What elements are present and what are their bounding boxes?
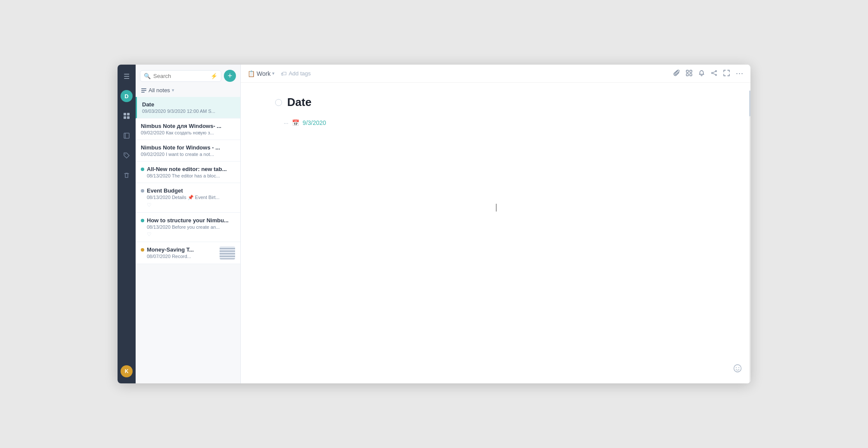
svg-rect-8: [686, 70, 688, 72]
dashboard-nav-icon[interactable]: [121, 111, 132, 123]
note-meta-nimbus-ru: 09/02/2020 Как создать новую з...: [141, 130, 235, 135]
note-item-event-budget[interactable]: Event Budget 08/13/2020 Details 📌 Event …: [136, 183, 240, 213]
svg-rect-5: [141, 88, 146, 89]
add-note-button[interactable]: +: [224, 70, 236, 82]
notes-panel: 🔍 ⚡ + All notes ▾ Date 09/03/2020 9/3: [136, 65, 241, 383]
svg-point-15: [734, 365, 741, 372]
search-input-wrap[interactable]: 🔍 ⚡: [140, 70, 221, 82]
search-bar: 🔍 ⚡ +: [136, 65, 240, 85]
note-title-nimbus-en: Nimbus Note for Windows - ...: [141, 144, 235, 151]
note-meta-event-budget: 08/13/2020 Details 📌 Event Birt...: [147, 195, 235, 200]
note-title-date: Date: [142, 101, 235, 108]
more-options-icon[interactable]: ···: [736, 69, 744, 78]
text-cursor: [496, 204, 496, 212]
svg-rect-1: [127, 113, 130, 115]
note-title-nimbus-ru: Nimbus Note для Windows- ...: [141, 123, 235, 129]
note-meta-nimbus-en: 09/02/2020 I want to create a not...: [141, 152, 235, 157]
tag-area: 🏷 Add tags: [281, 70, 310, 77]
app-window: ☰ D: [118, 65, 750, 383]
toolbar-actions: ···: [673, 69, 744, 78]
note-title-event-budget: Event Budget: [147, 187, 235, 194]
attachment-icon[interactable]: [673, 70, 680, 78]
note-meta-money: 08/07/2020 Record...: [147, 254, 217, 259]
svg-point-4: [125, 154, 126, 155]
nav-bottom: K: [121, 365, 133, 377]
svg-rect-0: [124, 113, 126, 115]
note-meta-structure: 08/13/2020 Before you create an...: [147, 224, 235, 230]
note-dot-all-new: [141, 168, 144, 171]
note-dot-structure: [141, 219, 144, 222]
emoji-button[interactable]: [733, 364, 742, 375]
note-dot-money: [141, 248, 144, 252]
trash-nav-icon[interactable]: [121, 170, 132, 182]
calendar-icon: 📅: [292, 119, 299, 126]
notes-list-icon: [141, 87, 147, 93]
notebook-chevron[interactable]: ▾: [272, 71, 275, 76]
hamburger-menu[interactable]: ☰: [122, 71, 131, 82]
all-notes-label: All notes: [149, 87, 170, 93]
note-item-nimbus-ru[interactable]: Nimbus Note для Windows- ... 09/02/2020 …: [136, 118, 240, 140]
sidebar-nav: ☰ D: [118, 65, 136, 383]
note-heart-event-budget[interactable]: ♡: [147, 202, 235, 208]
tag-icon: 🏷: [281, 70, 287, 77]
notebooks-nav-icon[interactable]: [121, 131, 132, 143]
note-title-money: Money-Saving T...: [147, 246, 217, 253]
svg-rect-7: [141, 92, 145, 93]
svg-point-13: [711, 72, 713, 74]
date-field-row: ··· 📅 9/3/2020: [284, 119, 716, 126]
tags-nav-icon[interactable]: [121, 150, 132, 162]
svg-point-14: [715, 74, 716, 75]
svg-point-16: [736, 367, 737, 368]
note-complete-checkbox[interactable]: [275, 99, 282, 106]
fullscreen-icon[interactable]: [723, 70, 730, 78]
all-notes-header[interactable]: All notes ▾: [136, 85, 240, 97]
editor-note-title[interactable]: Date: [287, 96, 311, 109]
note-item-date[interactable]: Date 09/03/2020 9/3/2020 12:00 AM S...: [136, 97, 240, 118]
svg-point-17: [738, 367, 739, 368]
note-item-money[interactable]: Money-Saving T... 08/07/2020 Record...: [136, 242, 240, 264]
note-dot-event-budget: [141, 189, 144, 193]
svg-rect-10: [686, 74, 688, 76]
scrollbar-track: [749, 90, 750, 383]
note-title-area: Date: [275, 96, 716, 109]
all-notes-chevron[interactable]: ▾: [172, 87, 174, 93]
editor-area: 📋 Work ▾ 🏷 Add tags: [241, 65, 750, 383]
notebook-name: Work: [257, 70, 270, 77]
bell-icon[interactable]: [698, 70, 705, 78]
date-field-value[interactable]: 9/3/2020: [303, 119, 326, 126]
note-heart-structure[interactable]: ♡: [147, 231, 235, 237]
filter-icon[interactable]: ⚡: [211, 73, 217, 79]
scrollbar-thumb[interactable]: [749, 90, 750, 116]
note-thumbnail-money: [220, 246, 235, 259]
editor-scrollbar[interactable]: [749, 90, 750, 383]
search-input[interactable]: [153, 73, 208, 79]
notes-list: Date 09/03/2020 9/3/2020 12:00 AM S... N…: [136, 97, 240, 383]
note-title-structure: How to structure your Nimbu...: [147, 217, 235, 224]
editor-toolbar: 📋 Work ▾ 🏷 Add tags: [241, 65, 750, 83]
svg-point-12: [715, 70, 716, 72]
notebook-indicator[interactable]: 📋 Work ▾: [248, 70, 275, 77]
editor-content[interactable]: Date ··· 📅 9/3/2020: [241, 83, 750, 383]
svg-rect-9: [690, 70, 692, 72]
share-icon[interactable]: [711, 70, 717, 78]
user-avatar-top[interactable]: D: [121, 90, 133, 102]
user-avatar-bottom[interactable]: K: [121, 365, 133, 377]
editor-cursor-area: [275, 204, 716, 212]
svg-rect-6: [141, 90, 146, 91]
svg-rect-3: [127, 116, 130, 119]
note-item-nimbus-en[interactable]: Nimbus Note for Windows - ... 09/02/2020…: [136, 140, 240, 162]
note-title-all-new: All-New note editor: new tab...: [147, 166, 235, 172]
add-tags-button[interactable]: Add tags: [288, 70, 310, 77]
nav-icons-group: [121, 111, 132, 365]
date-row-more[interactable]: ···: [284, 120, 288, 126]
grid-view-icon[interactable]: [686, 70, 692, 78]
svg-rect-2: [124, 116, 126, 119]
search-icon: 🔍: [144, 73, 151, 79]
notebook-folder-icon: 📋: [248, 70, 255, 77]
note-item-all-new[interactable]: All-New note editor: new tab... 08/13/20…: [136, 162, 240, 183]
note-item-structure[interactable]: How to structure your Nimbu... 08/13/202…: [136, 213, 240, 242]
note-meta-date: 09/03/2020 9/3/2020 12:00 AM S...: [142, 109, 235, 114]
svg-rect-11: [690, 74, 692, 76]
note-meta-all-new: 08/13/2020 The editor has a bloc...: [147, 173, 235, 178]
